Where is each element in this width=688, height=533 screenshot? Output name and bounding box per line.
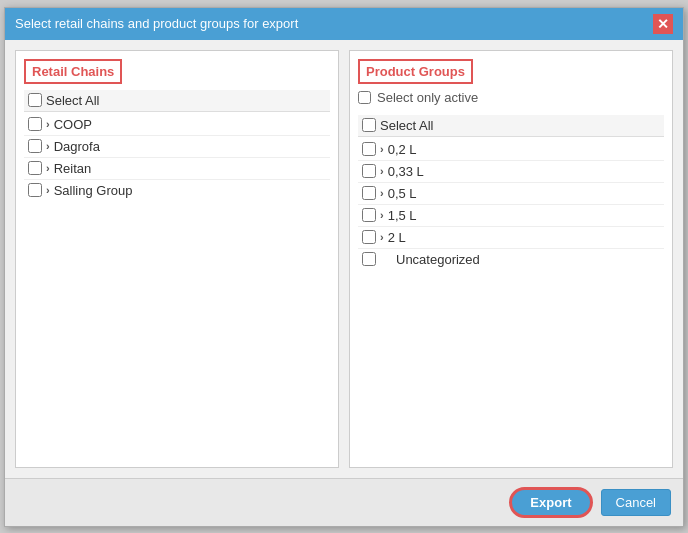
item-label: 0,5 L xyxy=(388,186,660,201)
select-only-active-row[interactable]: Select only active xyxy=(350,84,672,109)
retail-chains-select-all[interactable]: Select All xyxy=(24,90,330,112)
dialog-title: Select retail chains and product groups … xyxy=(15,16,298,31)
select-only-active-label: Select only active xyxy=(377,90,478,105)
product-groups-select-all-label: Select All xyxy=(380,118,660,133)
chevron-right-icon[interactable]: › xyxy=(46,140,50,152)
product-groups-content: Select All › 0,2 L › 0,33 L › xyxy=(350,109,672,276)
item-checkbox[interactable] xyxy=(362,164,376,178)
list-item[interactable]: › 2 L xyxy=(358,227,664,249)
select-only-active-checkbox[interactable] xyxy=(358,91,371,104)
chevron-right-icon[interactable]: › xyxy=(380,231,384,243)
item-label: Salling Group xyxy=(54,183,326,198)
chevron-right-icon[interactable]: › xyxy=(380,187,384,199)
item-checkbox[interactable] xyxy=(362,230,376,244)
list-item[interactable]: › 0,33 L xyxy=(358,161,664,183)
item-label: COOP xyxy=(54,117,326,132)
list-item[interactable]: › Salling Group xyxy=(24,180,330,201)
list-item[interactable]: › 0,2 L xyxy=(358,139,664,161)
chevron-right-icon[interactable]: › xyxy=(46,162,50,174)
chevron-right-icon[interactable]: › xyxy=(380,143,384,155)
item-label: 0,33 L xyxy=(388,164,660,179)
list-item[interactable]: Uncategorized xyxy=(358,249,664,270)
list-item[interactable]: › Dagrofa xyxy=(24,136,330,158)
item-checkbox[interactable] xyxy=(362,142,376,156)
item-checkbox[interactable] xyxy=(28,139,42,153)
list-item[interactable]: › 0,5 L xyxy=(358,183,664,205)
chevron-right-icon[interactable]: › xyxy=(380,209,384,221)
retail-chains-list: Select All › COOP › Dagrofa › xyxy=(16,84,338,467)
item-label: Reitan xyxy=(54,161,326,176)
item-label: 0,2 L xyxy=(388,142,660,157)
retail-chains-header: Retail Chains xyxy=(24,59,122,84)
list-item[interactable]: › 1,5 L xyxy=(358,205,664,227)
product-groups-panel: Product Groups Select only active Select… xyxy=(349,50,673,468)
item-checkbox[interactable] xyxy=(28,161,42,175)
product-groups-select-all-checkbox[interactable] xyxy=(362,118,376,132)
item-checkbox[interactable] xyxy=(362,208,376,222)
item-label: 2 L xyxy=(388,230,660,245)
retail-chains-select-all-checkbox[interactable] xyxy=(28,93,42,107)
close-button[interactable]: ✕ xyxy=(653,14,673,34)
item-checkbox[interactable] xyxy=(28,117,42,131)
product-groups-header: Product Groups xyxy=(358,59,473,84)
product-groups-list: Select All › 0,2 L › 0,33 L › xyxy=(350,109,672,467)
chevron-right-icon[interactable]: › xyxy=(380,165,384,177)
item-label: Dagrofa xyxy=(54,139,326,154)
dialog-footer: Export Cancel xyxy=(5,478,683,526)
item-label: 1,5 L xyxy=(388,208,660,223)
item-checkbox[interactable] xyxy=(28,183,42,197)
list-item[interactable]: › COOP xyxy=(24,114,330,136)
dialog: Select retail chains and product groups … xyxy=(4,7,684,527)
item-checkbox[interactable] xyxy=(362,252,376,266)
retail-chains-select-all-label: Select All xyxy=(46,93,326,108)
retail-chains-panel: Retail Chains Select All › COOP › xyxy=(15,50,339,468)
list-item[interactable]: › Reitan xyxy=(24,158,330,180)
retail-chains-content: Select All › COOP › Dagrofa › xyxy=(16,84,338,207)
item-checkbox[interactable] xyxy=(362,186,376,200)
export-button[interactable]: Export xyxy=(509,487,592,518)
cancel-button[interactable]: Cancel xyxy=(601,489,671,516)
dialog-body: Retail Chains Select All › COOP › xyxy=(5,40,683,478)
product-groups-select-all[interactable]: Select All xyxy=(358,115,664,137)
dialog-titlebar: Select retail chains and product groups … xyxy=(5,8,683,40)
chevron-right-icon[interactable]: › xyxy=(46,184,50,196)
chevron-right-icon[interactable]: › xyxy=(46,118,50,130)
item-label: Uncategorized xyxy=(396,252,660,267)
